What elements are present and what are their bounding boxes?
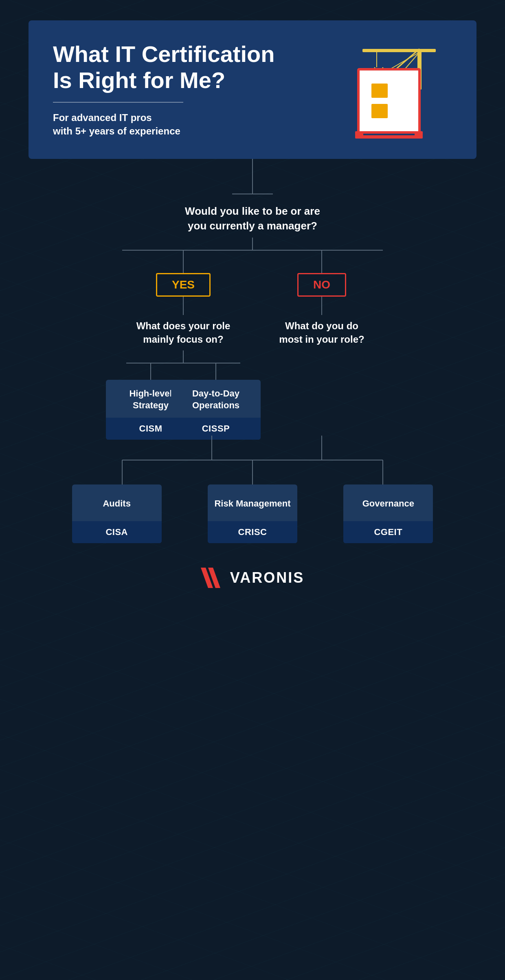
svg-rect-19	[183, 297, 184, 315]
svg-rect-6	[358, 69, 419, 132]
svg-rect-23	[215, 363, 216, 380]
cisa-card: Audits CISA	[72, 484, 162, 543]
connector-yes-v2	[183, 297, 184, 315]
svg-rect-14	[252, 187, 253, 194]
crisc-column: Risk Management CRISC	[208, 484, 297, 543]
svg-rect-11	[371, 84, 388, 98]
svg-rect-15	[232, 194, 273, 194]
header-title: What IT CertificationIs Right for Me?	[53, 41, 338, 94]
connector-no-v2	[321, 297, 322, 315]
cgeit-cert: CGEIT	[343, 521, 433, 543]
cisa-column: Audits CISA	[72, 484, 162, 543]
crisc-label: Risk Management	[208, 484, 297, 521]
header-banner: What IT CertificationIs Right for Me? Fo…	[29, 20, 476, 159]
svg-rect-12	[371, 104, 388, 118]
cgeit-column: Governance CGEIT	[343, 484, 433, 543]
crisc-card: Risk Management CRISC	[208, 484, 297, 543]
cissp-label: Day-to-Day Operations	[171, 380, 261, 418]
svg-rect-13	[252, 159, 253, 187]
connector-tbar-top	[232, 187, 273, 200]
cisa-label: Audits	[72, 484, 162, 521]
yes-badge: YES	[156, 273, 211, 297]
cgeit-label: Governance	[343, 484, 433, 521]
bottom-merge-connector	[49, 436, 456, 484]
cisa-cert: CISA	[72, 521, 162, 543]
svg-rect-18	[183, 251, 184, 273]
connector-header-q1	[252, 159, 253, 187]
svg-rect-0	[362, 49, 436, 52]
header-subtitle: For advanced IT proswith 5+ years of exp…	[53, 111, 338, 138]
svg-rect-24	[321, 251, 322, 273]
crisc-cert: CRISC	[208, 521, 297, 543]
connector-cism-v	[150, 363, 151, 380]
svg-rect-10	[355, 135, 423, 139]
header-divider	[53, 102, 183, 103]
flowchart: Would you like to be or areyou currently…	[29, 159, 476, 543]
connector-yes-q2-v	[183, 350, 184, 363]
varonis-text: VARONIS	[230, 569, 304, 586]
crane-illustration	[338, 41, 452, 139]
header-text: What IT CertificationIs Right for Me? Fo…	[53, 41, 338, 138]
varonis-logo: VARONIS	[201, 568, 304, 588]
cgeit-card: Governance CGEIT	[343, 484, 433, 543]
svg-rect-22	[150, 363, 151, 380]
question-1: Would you like to be or areyou currently…	[177, 200, 328, 238]
no-question: What do you domost in your role?	[271, 315, 372, 350]
connector-cissp-v	[215, 363, 216, 380]
svg-rect-20	[183, 350, 184, 363]
cissp-card: Day-to-Day Operations CISSP	[171, 380, 261, 440]
yes-question: What does your rolemainly focus on?	[128, 315, 239, 350]
connector-yes-v1	[183, 251, 184, 273]
varonis-icon	[201, 568, 225, 588]
no-badge: NO	[297, 273, 346, 297]
svg-rect-25	[321, 297, 322, 315]
svg-rect-16	[252, 238, 253, 250]
connector-q1-split	[252, 238, 253, 250]
connector-no-v1	[321, 251, 322, 273]
